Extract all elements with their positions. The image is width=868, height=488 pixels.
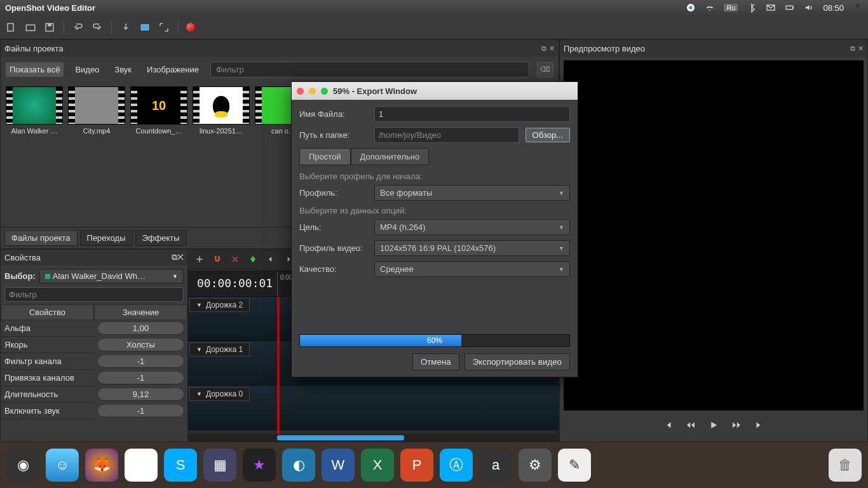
browse-button[interactable]: Обзор...	[526, 128, 570, 142]
svg-rect-6	[26, 25, 35, 30]
undock-icon[interactable]: ⧉	[541, 44, 546, 53]
undock-icon[interactable]: ⧉	[850, 44, 855, 53]
system-menu-icon[interactable]	[853, 3, 863, 13]
dock-finder-icon[interactable]: ☺	[46, 449, 79, 482]
close-panel-icon[interactable]: ✕	[858, 44, 864, 53]
prop-value[interactable]: 1,00	[98, 322, 184, 335]
prop-value[interactable]: -1	[98, 355, 184, 368]
undo-icon[interactable]	[72, 21, 85, 34]
tab-simple[interactable]: Простой	[299, 148, 351, 165]
prev-marker-icon[interactable]	[266, 254, 276, 266]
import-icon[interactable]	[119, 21, 132, 34]
fullscreen-icon[interactable]	[158, 21, 170, 34]
mail-icon[interactable]	[766, 3, 776, 13]
dock-word-icon[interactable]: W	[322, 449, 355, 482]
dock-firefox-icon[interactable]: 🦊	[85, 449, 118, 482]
razor-icon[interactable]	[230, 254, 240, 266]
project-item[interactable]: 10Countdown_…	[130, 86, 187, 135]
dock-photos-icon[interactable]: ▦	[203, 449, 236, 482]
dialog-titlebar[interactable]: 59% - Export Window	[292, 82, 578, 100]
path-input[interactable]: /home/joy/Видео	[374, 127, 519, 143]
tab-video[interactable]: Видео	[71, 62, 103, 77]
track-header[interactable]: ▼Дорожка 0	[189, 387, 250, 401]
battery-icon[interactable]	[785, 3, 795, 13]
svg-rect-9	[141, 24, 149, 30]
filename-input[interactable]: 1	[374, 106, 570, 122]
project-item[interactable]: Alan Walker …	[6, 86, 63, 135]
open-project-icon[interactable]	[24, 21, 37, 34]
project-files-title: Файлы проекта	[4, 44, 64, 53]
export-icon[interactable]	[186, 23, 195, 32]
tab-project-files[interactable]: Файлы проекта	[4, 230, 78, 246]
close-panel-icon[interactable]: ✕	[177, 252, 184, 262]
chrome-icon[interactable]	[686, 3, 696, 13]
timeline-scrollbar[interactable]	[188, 434, 559, 442]
snap-icon[interactable]	[212, 254, 222, 266]
tab-show-all[interactable]: Показать всё	[6, 62, 64, 77]
dock-chrome-icon[interactable]: ◎	[125, 449, 158, 482]
project-filter-input[interactable]: Фильтр	[210, 62, 529, 78]
profile-icon[interactable]	[139, 21, 151, 34]
rewind-icon[interactable]	[685, 419, 696, 433]
section-options-label: Выберите из данных опций:	[299, 206, 570, 215]
video-profile-select[interactable]: 1024x576 16:9 PAL (1024x576)▼	[374, 240, 570, 256]
prop-value[interactable]: 9,12	[98, 388, 184, 401]
tab-advanced[interactable]: Дополнительно	[351, 148, 430, 165]
playhead[interactable]	[277, 297, 280, 434]
tab-effects[interactable]: Эффекты	[135, 230, 187, 246]
dock-skype-icon[interactable]: S	[164, 449, 197, 482]
dock-trash-icon[interactable]: 🗑	[829, 449, 862, 482]
jump-end-icon[interactable]	[754, 419, 765, 433]
dock-settings-icon[interactable]: ⚙	[519, 449, 552, 482]
jump-start-icon[interactable]	[662, 419, 674, 433]
quality-select[interactable]: Среднее▼	[374, 261, 570, 277]
clock[interactable]: 08:50	[823, 3, 844, 13]
project-item[interactable]: linux-20251…	[193, 86, 250, 135]
save-project-icon[interactable]	[43, 21, 56, 34]
zoom-window-icon[interactable]	[321, 88, 328, 95]
export-button[interactable]: Экспортировать видео	[465, 353, 570, 370]
dock-appstore-icon[interactable]: Ⓐ	[440, 449, 473, 482]
dock-amazon-icon[interactable]: a	[479, 449, 512, 482]
tab-image[interactable]: Изображение	[143, 62, 203, 77]
selection-dropdown[interactable]: Alan Walker_David Wh… ▼	[39, 269, 184, 283]
wifi-icon[interactable]	[705, 3, 715, 13]
dock-imovie-icon[interactable]: ★	[243, 449, 276, 482]
dock-ubuntu-icon[interactable]: ◉	[6, 449, 39, 482]
play-icon[interactable]	[708, 419, 719, 433]
target-select[interactable]: MP4 (h.264)▼	[374, 219, 570, 235]
dock-notes-icon[interactable]: ✎	[558, 449, 591, 482]
track-header[interactable]: ▼Дорожка 2	[189, 298, 250, 312]
minimize-window-icon[interactable]	[309, 88, 316, 95]
tab-transitions[interactable]: Переходы	[80, 230, 133, 246]
preview-viewport[interactable]	[564, 60, 864, 410]
dock-browser-icon[interactable]: ◐	[282, 449, 315, 482]
close-window-icon[interactable]	[297, 88, 304, 95]
redo-icon[interactable]	[91, 21, 104, 34]
prop-value[interactable]: -1	[98, 405, 184, 417]
export-progress: 60%	[299, 334, 570, 347]
marker-icon[interactable]	[248, 254, 258, 266]
project-item[interactable]: City.mp4	[68, 86, 125, 135]
clear-filter-icon[interactable]: ⌫	[537, 62, 553, 78]
add-track-icon[interactable]	[194, 254, 205, 266]
new-project-icon[interactable]	[5, 21, 18, 34]
volume-icon[interactable]	[804, 3, 814, 13]
progress-percent: 60%	[300, 335, 569, 346]
properties-filter-input[interactable]: Фильтр	[4, 287, 184, 302]
dock-excel-icon[interactable]: X	[361, 449, 394, 482]
section-profile-label: Выберите профиль для начала:	[299, 172, 570, 181]
track-header[interactable]: ▼Дорожка 1	[189, 342, 250, 356]
dock-powerpoint-icon[interactable]: P	[400, 449, 433, 482]
prop-value[interactable]: Холсты	[98, 339, 184, 351]
profile-select[interactable]: Все форматы▼	[374, 185, 570, 201]
prop-value[interactable]: -1	[98, 372, 184, 384]
fast-forward-icon[interactable]	[731, 419, 742, 433]
tab-audio[interactable]: Звук	[111, 62, 135, 77]
undock-icon[interactable]: ⧉	[172, 252, 177, 262]
bluetooth-icon[interactable]	[747, 3, 757, 13]
keyboard-layout-indicator[interactable]: Ru	[724, 4, 738, 11]
cancel-button[interactable]: Отмена	[412, 353, 459, 370]
close-panel-icon[interactable]: ✕	[549, 44, 555, 53]
svg-rect-4	[793, 7, 794, 9]
